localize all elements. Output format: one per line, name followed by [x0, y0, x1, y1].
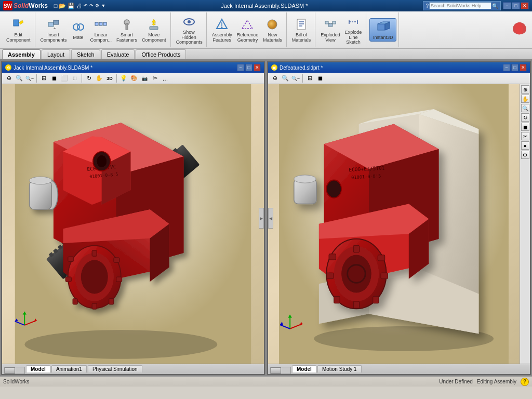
rvp-zoom-fit[interactable]: ⊕ [270, 74, 280, 83]
tab-evaluate[interactable]: Evaluate [101, 49, 135, 59]
right-viewport-handle[interactable]: ◀ [268, 208, 273, 229]
left-tab-physical-simulation[interactable]: Physical Simulation [88, 365, 142, 373]
minimize-button[interactable]: − [503, 2, 511, 9]
right-viewport-canvas[interactable]: EC00+EI/5T01 01001-0-8'5 [268, 84, 520, 364]
tab-office-products[interactable]: Office Products [136, 49, 186, 59]
vp-zoom-in[interactable]: 🔍 [15, 74, 24, 83]
rvp-display-mode[interactable]: ⊞ [305, 74, 314, 83]
left-tab-animation1[interactable]: Animation1 [51, 365, 87, 373]
exploded-view-button[interactable]: ExplodedView [318, 16, 342, 44]
left-viewport-handle[interactable]: ▶ [259, 208, 264, 229]
svg-rect-143 [326, 273, 333, 279]
instant3d-button[interactable]: Instant3D [369, 18, 396, 42]
vp-section[interactable]: ✂ [150, 74, 159, 83]
vp-zoom-fit[interactable]: ⊕ [4, 74, 14, 83]
insert-components-button[interactable]: + InsertComponents [38, 16, 69, 44]
linear-component-button[interactable]: LinearCompon... [88, 16, 114, 44]
tab-layout[interactable]: Layout [42, 49, 70, 59]
move-component-button[interactable]: MoveComponent [140, 16, 168, 44]
sw-branding [509, 20, 530, 41]
new-materials-button[interactable]: NewMaterials [261, 16, 284, 44]
rst-view-2[interactable]: ✋ [521, 95, 529, 103]
status-bar: SolidWorks Under Defined Editing Assembl… [0, 376, 532, 387]
open-icon[interactable]: 📂 [59, 3, 66, 9]
close-button[interactable]: ✕ [521, 2, 529, 9]
vp-appearance[interactable]: 🎨 [129, 74, 139, 83]
left-vp-close[interactable]: ✕ [254, 64, 261, 71]
rvp-sep-1 [302, 74, 303, 83]
search-button[interactable]: 🔍 [492, 3, 498, 9]
right-scrollbar[interactable] [270, 367, 291, 374]
main-area: ⚙ Jack Internal Assembly.SLDASM * − □ ✕ … [0, 60, 532, 376]
rst-view-4[interactable]: ↻ [521, 113, 529, 122]
rst-view-1[interactable]: ⊕ [521, 85, 529, 94]
svg-rect-2 [54, 20, 59, 24]
options-icon[interactable]: ▼ [101, 3, 105, 8]
status-editing: Editing Assembly [477, 379, 516, 384]
rst-view-6[interactable]: ✂ [521, 132, 529, 140]
vp-shaded[interactable]: ◼ [49, 74, 59, 83]
mate-icon [71, 20, 86, 34]
redo-icon[interactable]: ↷ [89, 3, 94, 8]
vp-rotate[interactable]: ↻ [84, 74, 94, 83]
toolbar-group-assembly-features: AssemblyFeatures ReferenceGeometry NewMa… [208, 12, 287, 47]
edit-component-button[interactable]: EditComponent [4, 16, 33, 44]
left-scrollbar[interactable] [4, 367, 25, 374]
right-viewport-title: Defeatured.sldprt * [280, 65, 323, 71]
insert-components-icon: + [46, 17, 61, 32]
search-input[interactable] [429, 2, 491, 9]
reference-geometry-button[interactable]: ReferenceGeometry [235, 16, 261, 44]
rvp-shaded[interactable]: ◼ [315, 74, 325, 83]
right-bottom-tabs: Model Motion Study 1 [268, 364, 530, 374]
vp-wireframe[interactable]: ⬜ [60, 74, 69, 83]
vp-light[interactable]: 💡 [119, 74, 128, 83]
vp-options[interactable]: … [161, 74, 170, 83]
vp-zoom-out[interactable]: 🔍− [25, 74, 34, 83]
rst-view-7[interactable]: ● [521, 141, 529, 150]
tab-assembly[interactable]: Assembly [2, 49, 41, 59]
left-tab-model[interactable]: Model [26, 365, 50, 373]
tab-sketch[interactable]: Sketch [71, 49, 100, 59]
vp-pan[interactable]: ✋ [95, 74, 104, 83]
left-vp-maximize[interactable]: □ [245, 64, 252, 71]
undo-icon[interactable]: ↶ [84, 3, 88, 8]
bill-of-materials-icon [294, 17, 309, 32]
smart-fasteners-button[interactable]: SmartFasteners [114, 16, 139, 44]
right-tab-motion-study[interactable]: Motion Study 1 [317, 365, 362, 373]
rst-view-3[interactable]: 🔍 [521, 104, 529, 112]
svg-rect-11 [150, 26, 158, 30]
vp-3d-view[interactable]: 3D [105, 74, 114, 83]
rst-view-8[interactable]: ⚙ [521, 151, 529, 159]
explode-line-sketch-button[interactable]: ExplodeLineSketch [343, 14, 364, 47]
left-viewport-canvas[interactable]: EC00+EI/VC 01001-0-8'5 [2, 84, 264, 364]
maximize-button[interactable]: □ [512, 2, 520, 9]
svg-line-19 [247, 20, 252, 29]
exploded-view-label: ExplodedView [321, 33, 340, 43]
right-vp-maximize[interactable]: □ [511, 64, 518, 71]
print-icon[interactable]: 🖨 [76, 3, 82, 9]
right-tab-model[interactable]: Model [292, 365, 316, 373]
save-icon[interactable]: 💾 [68, 3, 75, 9]
bill-of-materials-button[interactable]: Bill ofMaterials [290, 16, 313, 44]
vp-hidden-lines[interactable]: ⬚ [70, 74, 79, 83]
rvp-zoom-out[interactable]: 🔍− [291, 74, 300, 83]
assembly-features-button[interactable]: AssemblyFeatures [210, 16, 234, 44]
rebuild-icon[interactable]: ⚙ [95, 3, 99, 8]
right-scene-svg: EC00+EI/5T01 01001-0-8'5 [268, 84, 520, 364]
mate-button[interactable]: Mate [69, 19, 88, 42]
svg-rect-10 [126, 23, 128, 30]
vp-camera[interactable]: 📷 [140, 74, 149, 83]
rvp-zoom-in[interactable]: 🔍 [281, 74, 290, 83]
left-vp-minimize[interactable]: − [237, 64, 244, 71]
rst-view-5[interactable]: ◼ [521, 123, 529, 131]
instant3d-icon [376, 20, 390, 34]
status-help-button[interactable]: ? [521, 378, 529, 386]
reference-geometry-icon [240, 17, 255, 32]
new-icon[interactable]: □ [54, 3, 58, 9]
svg-rect-25 [328, 23, 332, 26]
right-vp-close[interactable]: ✕ [520, 64, 527, 71]
linear-component-label: LinearCompon... [90, 33, 112, 43]
vp-display-mode[interactable]: ⊞ [39, 74, 48, 83]
right-vp-minimize[interactable]: − [503, 64, 510, 71]
show-hidden-button[interactable]: ShowHiddenComponents [174, 14, 204, 47]
